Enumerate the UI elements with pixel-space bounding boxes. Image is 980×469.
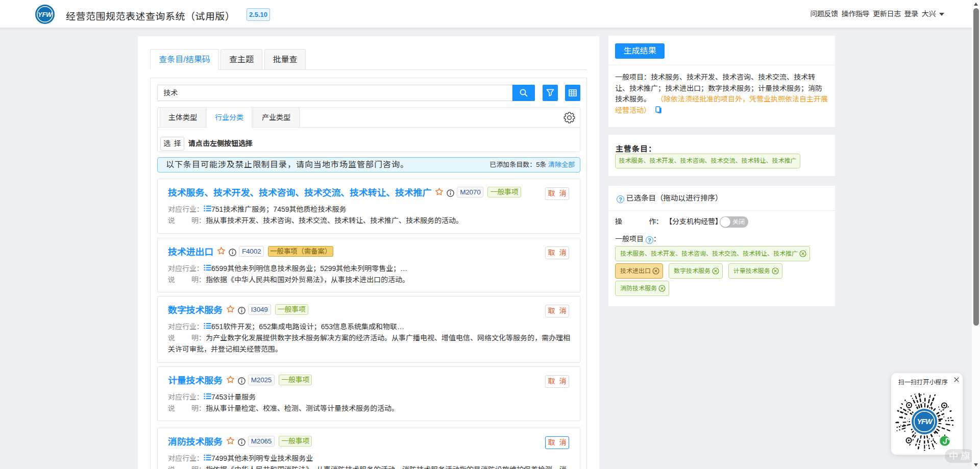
svg-text:YFW: YFW (917, 417, 933, 426)
svg-text:YFW: YFW (38, 11, 53, 18)
